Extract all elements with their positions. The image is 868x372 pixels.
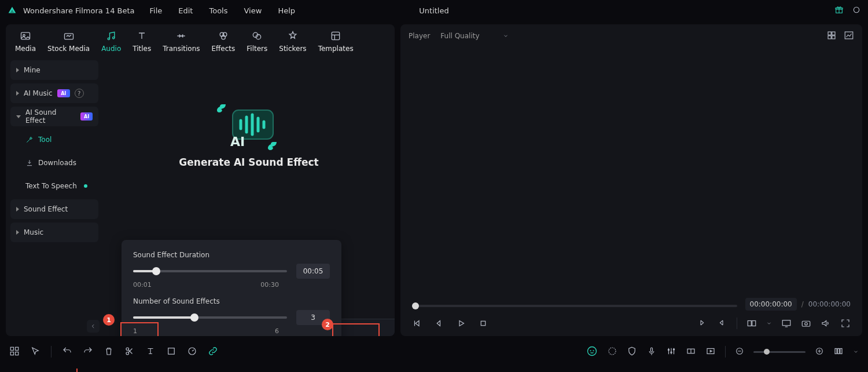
svg-rect-54: [838, 348, 840, 353]
speed-button[interactable]: [187, 346, 197, 358]
split-button[interactable]: [124, 346, 135, 358]
wand-icon: [25, 136, 34, 144]
quality-dropdown[interactable]: Full Quality: [440, 32, 508, 40]
menu-file[interactable]: File: [150, 6, 163, 15]
redo-button[interactable]: [83, 346, 93, 358]
fit-timeline-icon[interactable]: [833, 346, 844, 358]
tab-templates[interactable]: Templates: [318, 30, 354, 53]
preview-viewport[interactable]: [400, 48, 862, 298]
tab-filters[interactable]: Filters: [247, 30, 267, 53]
tab-label: Filters: [247, 45, 267, 53]
sidebar-item-label: Tool: [38, 136, 52, 144]
sidebar-item-ai-music[interactable]: AI Music AI ?: [10, 83, 98, 103]
grid-view-icon[interactable]: [826, 30, 837, 42]
svg-point-42: [590, 350, 591, 351]
svg-rect-21: [828, 32, 831, 35]
svg-rect-33: [10, 347, 13, 350]
tab-audio[interactable]: Audio: [101, 30, 121, 53]
ai-sound-hero-icon: AI: [208, 93, 289, 156]
help-icon[interactable]: ?: [75, 89, 84, 98]
prev-frame-button[interactable]: [412, 318, 422, 329]
tab-transitions[interactable]: Transitions: [163, 30, 200, 53]
render-icon[interactable]: [705, 346, 716, 358]
keyframe-icon[interactable]: [686, 346, 696, 358]
effects-icon: [217, 30, 230, 42]
zoom-in-button[interactable]: [815, 347, 824, 358]
menu-edit[interactable]: Edit: [178, 6, 193, 15]
volume-button[interactable]: [821, 318, 831, 329]
sidebar-item-label: AI Music: [24, 89, 53, 97]
ai-assistant-icon[interactable]: [586, 345, 598, 359]
delete-button[interactable]: [104, 346, 114, 358]
svg-rect-24: [832, 35, 835, 38]
display-mode-button[interactable]: [781, 318, 792, 329]
sidebar-item-downloads[interactable]: Downloads: [10, 153, 98, 173]
chevron-down-icon[interactable]: [853, 349, 859, 355]
layout-icon[interactable]: [9, 346, 20, 358]
gift-icon[interactable]: [834, 5, 844, 16]
app-title: Wondershare Filmora 14 Beta: [23, 6, 135, 15]
count-slider[interactable]: [133, 316, 287, 319]
tab-media[interactable]: Media: [15, 30, 36, 53]
chevron-down-icon[interactable]: [766, 320, 772, 326]
playhead-indicator: [76, 369, 78, 372]
snapshot-button[interactable]: [801, 318, 811, 329]
tab-titles[interactable]: Titles: [133, 30, 151, 53]
safe-zone-icon[interactable]: [627, 346, 637, 358]
player-progress[interactable]: [412, 305, 737, 307]
duration-value[interactable]: 00:05: [296, 264, 330, 279]
text-tool-button[interactable]: [145, 346, 156, 358]
svg-point-41: [588, 347, 597, 355]
duration-label: Sound Effect Duration: [133, 251, 209, 259]
mark-in-button[interactable]: [697, 318, 708, 329]
sidebar-item-sound-effect[interactable]: Sound Effect: [10, 199, 98, 219]
count-label: Number of Sound Effects: [133, 297, 220, 305]
compare-view-button[interactable]: [746, 318, 757, 329]
tab-label: Stickers: [279, 45, 306, 53]
mark-out-button[interactable]: [717, 318, 727, 329]
stop-button[interactable]: [478, 318, 488, 329]
tab-stock-media[interactable]: Stock Media: [47, 30, 90, 53]
zoom-slider[interactable]: [753, 351, 806, 353]
duration-slider[interactable]: [133, 270, 287, 272]
sidebar-item-tts[interactable]: Text To Speech: [10, 176, 98, 196]
color-tool-icon[interactable]: [607, 346, 617, 358]
dot-indicator-icon: [84, 184, 87, 188]
record-icon[interactable]: [852, 5, 861, 16]
time-current[interactable]: 00:00:00:00: [745, 298, 797, 311]
ai-badge-icon: AI: [57, 89, 70, 97]
callout-marker-1: 1: [103, 314, 115, 326]
sidebar-item-ai-sound-effect[interactable]: AI Sound Effect AI: [10, 107, 98, 126]
document-title[interactable]: Untitled: [419, 6, 448, 15]
voiceover-icon[interactable]: [646, 346, 657, 358]
cursor-icon[interactable]: [30, 346, 41, 358]
play-button[interactable]: [456, 318, 466, 329]
menu-view[interactable]: View: [244, 6, 262, 15]
sidebar-item-label: Text To Speech: [25, 182, 77, 190]
sidebar-item-music[interactable]: Music: [10, 223, 98, 242]
sidebar-item-mine[interactable]: Mine: [10, 60, 98, 80]
chart-view-icon[interactable]: [844, 30, 854, 42]
sidebar-item-label: Downloads: [38, 159, 76, 167]
link-button[interactable]: [208, 346, 218, 358]
timecodes: 00:00:00:00 / 00:00:00:00: [745, 298, 851, 311]
tab-stickers[interactable]: Stickers: [279, 30, 306, 53]
fullscreen-button[interactable]: [840, 318, 851, 329]
tab-effects[interactable]: Effects: [212, 30, 236, 53]
zoom-out-button[interactable]: [735, 347, 744, 358]
svg-rect-36: [16, 352, 19, 355]
undo-button[interactable]: [62, 346, 72, 358]
chevron-down-icon: [503, 33, 509, 39]
svg-rect-28: [748, 321, 751, 326]
menu-tools[interactable]: Tools: [209, 6, 227, 15]
svg-rect-29: [752, 321, 756, 326]
svg-rect-35: [10, 352, 13, 355]
svg-rect-45: [651, 348, 653, 352]
audio-mixer-icon[interactable]: [666, 346, 676, 358]
sidebar-item-tool[interactable]: Tool: [10, 130, 98, 149]
crop-button[interactable]: [166, 346, 176, 358]
collapse-sidebar-button[interactable]: [87, 320, 100, 333]
step-back-button[interactable]: [434, 318, 444, 329]
duration-max: 00:30: [260, 281, 279, 289]
menu-help[interactable]: Help: [278, 6, 295, 15]
